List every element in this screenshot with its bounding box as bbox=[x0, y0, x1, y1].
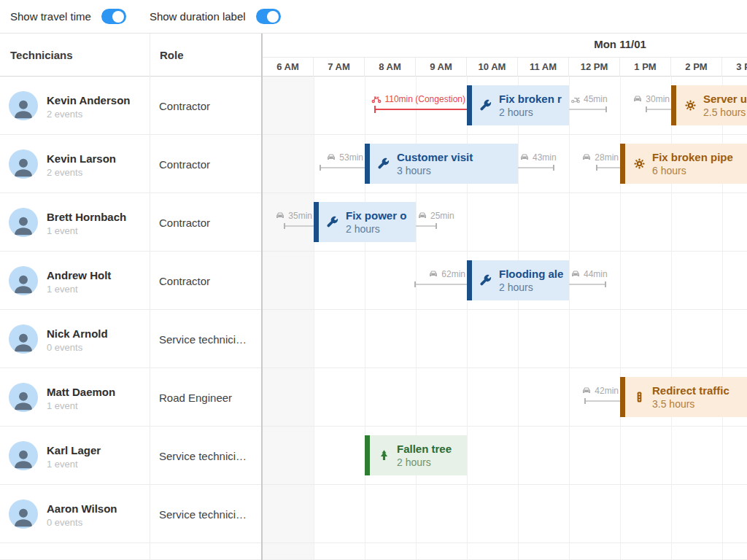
event-bar[interactable]: Server up 2.5 hours bbox=[671, 85, 747, 125]
column-divider bbox=[150, 34, 150, 560]
travel-time: 62min bbox=[414, 268, 467, 282]
technician-role: Road Engineer bbox=[159, 368, 260, 427]
event-title: Fix broken r bbox=[499, 92, 562, 106]
avatar bbox=[9, 499, 38, 529]
travel-time: 28min bbox=[596, 151, 620, 166]
technician-event-count: 2 events bbox=[47, 109, 82, 120]
technician-event-count: 0 events bbox=[47, 342, 82, 353]
tree-icon bbox=[378, 449, 390, 462]
travel-line bbox=[374, 109, 467, 110]
car-icon bbox=[519, 152, 530, 163]
travel-line bbox=[414, 284, 467, 285]
travel-line bbox=[320, 167, 365, 168]
avatar bbox=[9, 91, 38, 120]
hour-header: 3 PM bbox=[722, 58, 747, 77]
technician-name: Andrew Holt bbox=[47, 269, 111, 281]
technicians-column-header[interactable]: Technicians bbox=[10, 34, 73, 77]
travel-line bbox=[284, 225, 314, 227]
event-bar[interactable]: Fix broken pipe 6 hours bbox=[620, 144, 747, 184]
gear-icon bbox=[684, 99, 697, 112]
show-duration-label-toggle[interactable] bbox=[256, 9, 281, 24]
hour-header: 8 AM bbox=[365, 58, 416, 77]
wrench-icon bbox=[480, 274, 492, 287]
event-duration: 2 hours bbox=[346, 222, 406, 236]
travel-line bbox=[569, 109, 607, 110]
event-bar[interactable]: Flooding ale 2 hours bbox=[467, 260, 569, 300]
event-title: Redirect traffic bbox=[652, 384, 729, 397]
event-bar[interactable]: Fix broken r 2 hours bbox=[467, 85, 569, 125]
car-icon bbox=[326, 152, 336, 163]
travel-time: 30min bbox=[646, 93, 671, 107]
scheduler-body: Kevin Anderson 2 events Contractor 110mi… bbox=[0, 77, 747, 560]
hour-header: 2 PM bbox=[671, 58, 722, 77]
hour-header-row: 6 AM 7 AM 8 AM 9 AM 10 AM 11 AM 12 PM 1 … bbox=[263, 57, 747, 77]
scheduler-app: Show travel time Show duration label Tec… bbox=[0, 0, 747, 560]
resource-row: Aaron Wilson 0 events Service technici… bbox=[0, 485, 747, 543]
car-icon bbox=[581, 152, 592, 163]
travel-time: 43min bbox=[518, 151, 554, 166]
technician-event-count: 1 event bbox=[47, 459, 78, 470]
travel-line bbox=[416, 225, 437, 227]
toolbar: Show travel time Show duration label bbox=[0, 0, 747, 34]
traffic-light-icon bbox=[633, 391, 646, 403]
resource-row: Matt Daemon 1 event Road Engineer 42min … bbox=[0, 368, 747, 427]
show-travel-time-toggle[interactable] bbox=[101, 9, 126, 24]
travel-time-congestion: 110min (Congestion) bbox=[374, 93, 467, 107]
technician-role: Contractor bbox=[159, 135, 260, 193]
avatar bbox=[9, 441, 38, 470]
day-header: Mon 11/01 bbox=[594, 38, 646, 50]
travel-time: 53min bbox=[320, 151, 365, 166]
technician-role: Service technici… bbox=[159, 310, 260, 368]
scooter-icon bbox=[570, 94, 581, 104]
travel-time: 44min bbox=[569, 268, 606, 282]
hour-header: 6 AM bbox=[263, 58, 314, 77]
show-duration-label-label: Show duration label bbox=[150, 10, 246, 23]
technician-event-count: 1 event bbox=[47, 225, 78, 236]
motorcycle-icon bbox=[371, 94, 382, 104]
wrench-icon bbox=[327, 216, 339, 228]
hour-header: 10 AM bbox=[467, 58, 518, 77]
technician-event-count: 0 events bbox=[47, 517, 82, 528]
technician-event-count: 2 events bbox=[47, 167, 82, 178]
event-bar[interactable]: Fix power o 2 hours bbox=[314, 202, 416, 242]
event-title: Flooding ale bbox=[499, 267, 563, 281]
technician-role: Service technici… bbox=[159, 485, 260, 543]
resource-row: Nick Arnold 0 events Service technici… bbox=[0, 310, 747, 368]
technician-role: Contractor bbox=[159, 193, 260, 252]
travel-line bbox=[518, 167, 554, 168]
event-title: Server up bbox=[703, 92, 747, 106]
travel-line bbox=[584, 400, 620, 402]
car-icon bbox=[570, 269, 581, 279]
event-duration: 2 hours bbox=[397, 456, 452, 469]
technician-name: Kevin Anderson bbox=[47, 94, 130, 106]
wrench-icon bbox=[480, 99, 492, 112]
travel-time: 25min bbox=[416, 209, 437, 224]
event-bar[interactable]: Fallen tree 2 hours bbox=[365, 435, 467, 475]
technician-event-count: 1 event bbox=[47, 284, 78, 295]
event-bar[interactable]: Redirect traffic 3.5 hours bbox=[620, 377, 747, 417]
travel-line bbox=[646, 109, 671, 110]
technician-name: Karl Lager bbox=[47, 444, 101, 456]
event-duration: 2 hours bbox=[499, 281, 563, 294]
event-bar[interactable]: Customer visit 3 hours bbox=[365, 144, 518, 184]
event-duration: 6 hours bbox=[652, 164, 733, 177]
event-duration: 3 hours bbox=[397, 164, 473, 177]
travel-line bbox=[569, 284, 606, 285]
role-column-header[interactable]: Role bbox=[160, 34, 184, 77]
hour-header: 11 AM bbox=[518, 58, 569, 77]
travel-time: 35min bbox=[284, 209, 314, 224]
avatar bbox=[9, 266, 38, 295]
technician-role: Contractor bbox=[159, 77, 260, 135]
technician-name: Kevin Larson bbox=[47, 152, 116, 165]
resource-row: Kevin Larson 2 events Contractor 53min C… bbox=[0, 135, 747, 193]
show-travel-time-label: Show travel time bbox=[10, 10, 91, 23]
resource-row: Karl Lager 1 event Service technici… Fal… bbox=[0, 427, 747, 485]
car-icon bbox=[417, 211, 427, 221]
event-duration: 3.5 hours bbox=[652, 397, 729, 411]
technician-role: Service technici… bbox=[159, 427, 260, 485]
event-title: Fallen tree bbox=[397, 442, 452, 456]
hour-header: 9 AM bbox=[416, 58, 467, 77]
technician-role: Contractor bbox=[159, 252, 260, 310]
car-icon bbox=[581, 386, 592, 396]
grid-splitter[interactable] bbox=[261, 34, 263, 560]
